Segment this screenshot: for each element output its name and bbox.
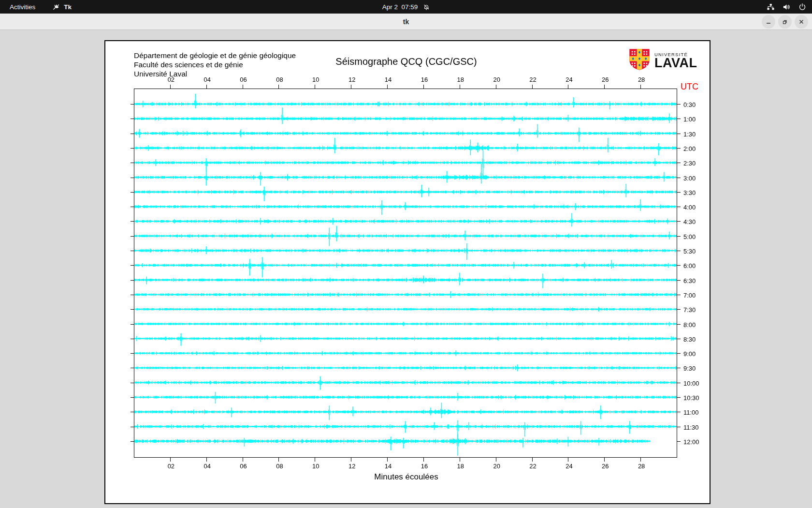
utc-row-label: 2:00 [683,146,696,152]
utc-row-label: 12:00 [683,439,699,446]
x-tick-label-top: 08 [272,76,287,83]
utc-row-label: 8:30 [683,336,696,343]
x-tick-label-bottom: 22 [526,463,540,470]
minimize-button[interactable] [762,15,775,29]
focused-app-menu[interactable]: Tk [53,3,72,11]
clock-text: Apr 2 07:59 [382,3,418,11]
x-tick-label-bottom: 26 [598,463,612,470]
x-tick-label-bottom: 08 [272,463,287,470]
utc-row-label: 7:30 [683,307,696,314]
x-tick-label-bottom: 18 [453,463,468,470]
x-tick-label-top: 02 [164,76,178,83]
window-titlebar[interactable]: tk [0,14,812,30]
x-tick-label-top: 26 [598,76,612,83]
utc-row-label: 8:00 [683,322,696,329]
focused-app-name: Tk [64,3,72,11]
x-tick-label-top: 28 [634,76,649,83]
x-tick-label-bottom: 02 [164,463,178,470]
x-tick-label-bottom: 12 [345,463,359,470]
utc-axis-label: UTC [681,82,698,92]
utc-row-label: 5:30 [683,248,696,255]
utc-row-label: 0:30 [683,102,696,108]
power-icon [798,3,806,11]
seismogram-plot [105,41,710,503]
utc-row-label: 2:30 [683,160,696,167]
x-tick-label-top: 14 [381,76,395,83]
maximize-button[interactable] [778,15,792,29]
header-line-3: Université Laval [134,69,296,78]
utc-row-label: 5:00 [683,234,696,240]
x-tick-label-bottom: 04 [200,463,215,470]
network-wired-icon [767,3,775,11]
window-title: tk [0,14,812,30]
seismograph-panel: Département de géologie et de génie géol… [104,40,710,504]
utc-row-label: 9:00 [683,351,696,358]
clock-menu[interactable]: Apr 2 07:59 [382,0,430,14]
utc-row-label: 4:00 [683,204,696,211]
x-tick-label-top: 22 [526,76,540,83]
gnome-top-bar: Activities Tk Apr 2 07:59 [0,0,812,14]
plot-title: Séismographe QCQ (CGC/GSC) [135,56,678,67]
tk-app-icon [53,3,60,11]
x-tick-label-bottom: 28 [634,463,649,470]
utc-row-label: 6:30 [683,278,696,284]
utc-row-label: 4:30 [683,219,696,225]
utc-row-label: 1:00 [683,116,696,123]
utc-row-label: 3:00 [683,175,696,182]
x-tick-label-bottom: 16 [417,463,432,470]
window-controls [762,15,808,29]
close-button[interactable] [795,15,808,29]
x-tick-label-top: 16 [417,76,432,83]
x-tick-label-top: 20 [490,76,504,83]
x-tick-label-top: 10 [308,76,323,83]
utc-row-label: 11:30 [683,424,699,431]
utc-row-label: 10:00 [683,380,699,387]
utc-row-label: 7:00 [683,292,696,299]
x-tick-label-top: 24 [562,76,576,83]
logo-text-laval: LAVAL [654,57,697,69]
notifications-muted-icon [422,3,430,11]
x-axis-title: Minutes écoulées [135,472,678,482]
x-tick-label-top: 12 [345,76,359,83]
utc-row-label: 1:30 [683,131,696,138]
utc-row-label: 6:00 [683,263,696,269]
x-tick-label-bottom: 10 [308,463,323,470]
x-tick-label-top: 18 [453,76,468,83]
activities-button[interactable]: Activities [5,0,40,14]
x-tick-label-bottom: 20 [490,463,504,470]
system-status-area[interactable] [767,0,806,14]
laval-shield-icon [628,48,651,73]
tk-window-content: Département de géologie et de génie géol… [0,30,812,508]
utc-row-label: 9:30 [683,365,696,372]
utc-row-label: 3:30 [683,190,696,196]
utc-row-label: 10:30 [683,395,699,402]
desktop-screen: Activities Tk Apr 2 07:59 [0,0,812,508]
universite-laval-logo: UNIVERSITÉ LAVAL [628,48,697,73]
x-tick-label-bottom: 06 [236,463,251,470]
x-tick-label-top: 04 [200,76,215,83]
x-tick-label-bottom: 14 [381,463,395,470]
x-tick-label-top: 06 [236,76,251,83]
x-tick-label-bottom: 24 [562,463,576,470]
utc-row-label: 11:00 [683,409,699,416]
volume-icon [783,3,791,11]
